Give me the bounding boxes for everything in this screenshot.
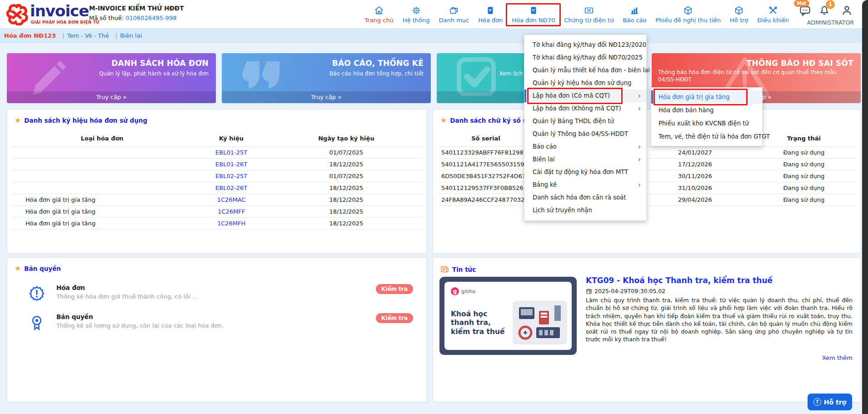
expiry-date: 17/12/2026: [639, 161, 752, 168]
nav-item-bao-cao[interactable]: Báo cáo: [619, 5, 649, 25]
check-button[interactable]: Kiểm tra: [376, 284, 413, 294]
card-subtitle: Xem lịch: [443, 70, 523, 77]
nav-item-trang-chu[interactable]: Trang chủ: [361, 5, 397, 25]
news-title-link[interactable]: KTG09 - Khoá học Thanh tra, kiểm tra thu…: [586, 276, 853, 285]
symbol-link[interactable]: 1C26MFH: [192, 220, 270, 227]
company-info: M-INVOICE KIỂM THỬ HĐĐT Mã số thuế: 0106…: [89, 5, 184, 21]
new-badge: Mới: [794, 0, 809, 7]
panel-title: Danh sách ký hiệu hóa đơn sử dụng: [24, 117, 147, 124]
star-icon: ★: [15, 265, 21, 272]
table-row: EBL01-26T 18/12/2025: [12, 159, 422, 170]
support-button[interactable]: ? Hỗ trợ: [808, 394, 852, 410]
news-date: 2025-04-29T09:30:05.02: [594, 288, 665, 294]
submenu-item[interactable]: Hóa đơn bán hàng: [651, 104, 762, 117]
column-header: Loại hóa đơn: [12, 135, 192, 142]
symbol-link[interactable]: 1C26MAC: [192, 196, 270, 203]
card-access-link[interactable]: Truy cập »: [7, 91, 216, 103]
company-name: M-INVOICE KIỂM THỬ HĐĐT: [89, 5, 184, 12]
menu-item[interactable]: Cài đặt tự động ký hóa đơn MTT: [524, 166, 646, 179]
symbol-link[interactable]: EBL01-26T: [192, 161, 270, 168]
nav-label: Hệ thống: [403, 17, 430, 24]
nav-item-ho-tro[interactable]: Hỗ trợ: [727, 5, 751, 25]
news-article: KTG09 - Khoá học Thanh tra, kiểm tra thu…: [586, 276, 853, 344]
menu-item[interactable]: Lập hóa đơn (Không mã CQT)›: [524, 102, 646, 115]
card-danh-sach-hoa-don[interactable]: DANH SÁCH HÓA ĐƠN Quản lý lập, phát hành…: [7, 53, 216, 103]
dropdown-menu-hoa-don-nd70: Tờ khai đăng ký/thay đổi NĐ123/2020 Tờ k…: [524, 35, 647, 221]
column-header: Số serial: [438, 135, 534, 142]
panel-title: Tin tức: [452, 266, 476, 273]
menu-item[interactable]: Tờ khai đăng ký/thay đổi NĐ70/2025: [524, 51, 646, 64]
table-row: 6D50DE3B451F32752F4D610 30/11/2026 Đang …: [438, 170, 856, 182]
symbol-link[interactable]: EBL02-25T: [192, 173, 270, 180]
submenu-item[interactable]: Tem, vé, thẻ điện tử là hóa đơn GTGT: [651, 130, 762, 143]
document-icon: [485, 5, 495, 15]
notification-count-badge: 1: [826, 0, 835, 9]
submenu-item-hoa-don-gtgt[interactable]: Hóa đơn giá trị gia tăng: [651, 90, 762, 104]
expiry-date: 31/10/2026: [639, 185, 752, 191]
column-header: Ngày tạo ký hiệu: [270, 135, 422, 142]
table-row: 5401121A4177E565503159C4 17/12/2026 Đang…: [438, 159, 856, 170]
menu-item[interactable]: Lịch sử truyền nhận: [524, 204, 646, 217]
medal-icon: [28, 314, 45, 331]
news-thumbnail[interactable]: g gitiho Khoá học thanh tra, kiểm tra th…: [439, 277, 577, 355]
menu-item[interactable]: Tờ khai đăng ký/thay đổi NĐ123/2020: [524, 39, 646, 51]
status: Đang sử dụng: [752, 161, 856, 168]
nav-label: Phiếu đề nghị thu tiền: [655, 17, 721, 24]
folders-icon: [449, 5, 459, 15]
nav-item-hoa-don-nd70[interactable]: Hóa đơn NĐ70: [509, 5, 558, 25]
nav-item-danh-muc[interactable]: Danh mục: [436, 5, 473, 25]
nav-item-he-thong[interactable]: Hệ thống: [399, 5, 433, 25]
tax-label: Mã số thuế:: [89, 15, 124, 21]
card-bao-cao-thong-ke[interactable]: BÁO CÁO, THỐNG KÊ Báo cáo hóa đơn tổng h…: [222, 53, 431, 103]
table-row: Hóa đơn giá trị gia tăng 1C26MFF 18/12/2…: [12, 206, 422, 218]
check-button[interactable]: Kiểm tra: [376, 313, 413, 323]
menu-item[interactable]: Quản lý ký hiệu hóa đơn sử dụng: [524, 77, 646, 90]
nav-label: Hỗ trợ: [730, 17, 748, 24]
license-item-desc: Thống kê số lượng sử dụng, còn lại của c…: [56, 322, 224, 329]
menu-item[interactable]: Danh sách hóa đơn cần rà soát: [524, 191, 646, 204]
digital-signature-table: Số serial Trạng thái 5401123329ABFF76F81…: [438, 127, 856, 206]
nav-item-phieu-de-nghi-thu-tien[interactable]: Phiếu đề nghị thu tiền: [652, 5, 724, 25]
nav-item-chung-tu-dien-tu[interactable]: Chứng từ điện tử: [561, 5, 617, 25]
menu-item[interactable]: Quản lý Thông báo 04/SS-HDDT: [524, 128, 646, 140]
tab-tem-ve-the[interactable]: |Tem - Vé - Thẻ: [62, 32, 109, 39]
submenu-item[interactable]: Phiếu xuất kho KVCNB điện tử: [651, 117, 762, 130]
ticket-icon: [584, 5, 594, 15]
bar-chart-icon: [629, 5, 639, 15]
newspaper-icon: [440, 265, 449, 274]
license-item-ban-quyen: Bản quyền Thống kê số lượng sử dụng, còn…: [28, 313, 413, 334]
main-navigation: Trang chủ Hệ thống Danh mục Hóa đơn Hóa …: [361, 2, 792, 27]
card-access-link[interactable]: Truy cập »: [222, 91, 431, 103]
tab-bien-lai[interactable]: |Biên lai: [115, 32, 142, 39]
see-more-link[interactable]: Xem thêm: [822, 354, 853, 361]
menu-item[interactable]: Quản lý Bảng THDL điện tử: [524, 115, 646, 128]
menu-item-lap-hoa-don-co-ma-cqt[interactable]: Lập hóa đơn (Có mã CQT)›: [524, 90, 646, 102]
symbol-link[interactable]: EBL01-25T: [192, 149, 270, 156]
nav-label: Hóa đơn: [478, 17, 503, 24]
symbol-link[interactable]: 1C26MFF: [192, 208, 270, 215]
menu-item[interactable]: Báo cáo›: [524, 140, 646, 153]
menu-item[interactable]: Biên lai›: [524, 153, 646, 166]
submenu-lap-hoa-don: Hóa đơn giá trị gia tăng Hóa đơn bán hàn…: [651, 87, 763, 146]
logged-in-user-name[interactable]: ADMINISTRATOR: [807, 19, 854, 26]
symbol-link[interactable]: EBL02-26T: [192, 185, 270, 191]
menu-item[interactable]: Bảng kê›: [524, 179, 646, 191]
menu-item[interactable]: Quản lý mẫu thiết kế hóa đơn - biên lai: [524, 64, 646, 77]
top-header: invoice GIẢI PHÁP HÓA ĐƠN ĐIỆN TỬ M-INVO…: [0, 0, 862, 28]
user-avatar-icon[interactable]: [841, 5, 853, 17]
nav-label: Báo cáo: [623, 17, 646, 24]
nav-item-hoa-don[interactable]: Hóa đơn: [475, 5, 506, 25]
document-icon: [529, 5, 539, 15]
panel-title: Bản quyền: [24, 265, 61, 272]
tab-hoa-don-nd123[interactable]: Hóa đơn NĐ123: [4, 32, 56, 39]
license-item-title: Bản quyền: [56, 313, 93, 320]
tax-code-link[interactable]: 0106026495-998: [125, 15, 176, 21]
card-title: DANH SÁCH HÓA ĐƠN: [13, 59, 209, 68]
table-header-row: Số serial Trạng thái: [438, 127, 856, 147]
nav-label: Trang chủ: [364, 17, 394, 24]
expiry-date: 30/11/2026: [639, 173, 752, 180]
nav-item-dieu-khien[interactable]: Điều khiển: [754, 5, 792, 25]
brand-name: invoice: [30, 2, 89, 20]
table-row: 540112129537FF3F0BB526B3 31/10/2026 Đang…: [438, 182, 856, 194]
gear-icon: [411, 5, 421, 15]
